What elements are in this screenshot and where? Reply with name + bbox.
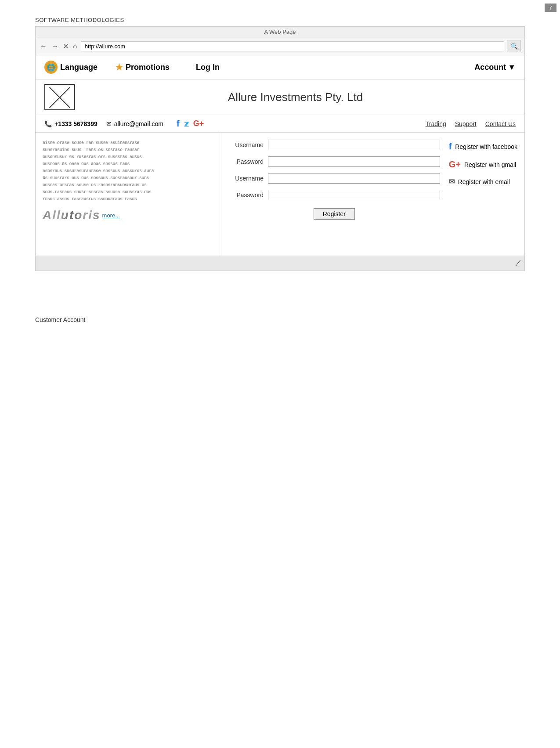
email-register-label: Register with email <box>458 178 510 185</box>
document-title: SOFTWARE METHODOLOGIES <box>35 17 124 23</box>
page-caption: Customer Account <box>35 316 85 323</box>
contact-nav-links: Trading Support Contact Us <box>426 120 516 127</box>
facebook-register-label: Register with facebook <box>455 143 517 150</box>
facebook-social-icon[interactable]: f <box>177 119 180 129</box>
register-button[interactable]: Register <box>314 208 355 220</box>
account-dropdown-arrow: ▼ <box>508 63 516 72</box>
email-address: allure@gmail.com <box>114 120 163 127</box>
home-button[interactable]: ⌂ <box>72 42 78 50</box>
contact-bar: 📞 +1333 5678399 ✉ allure@gmail.com f 𝕫 G… <box>36 115 524 133</box>
support-link[interactable]: Support <box>455 120 477 127</box>
password-row-2: Password <box>228 190 440 200</box>
right-panel: Username Password Username Password Regi… <box>221 133 524 256</box>
browser-titlebar: A Web Page <box>36 27 524 37</box>
registration-form: Username Password Username Password Regi… <box>228 140 440 249</box>
promotions-label: Promotions <box>126 63 170 72</box>
left-panel: aisne orase souse ran susse asuinansrase… <box>36 133 221 256</box>
facebook-register-icon: f <box>449 141 452 152</box>
language-nav-item[interactable]: 🌐 Language <box>44 61 98 74</box>
trading-link[interactable]: Trading <box>426 120 446 127</box>
username-row-1: Username <box>228 140 440 150</box>
logo-banner: Allutoris more... <box>43 208 214 222</box>
promotions-nav-item[interactable]: ★ Promotions <box>115 62 170 72</box>
social-icons-group: f 𝕫 G+ <box>177 119 204 129</box>
username-label-2: Username <box>228 175 264 182</box>
register-email-option[interactable]: ✉ Register with email <box>449 177 517 186</box>
googleplus-social-icon[interactable]: G+ <box>193 119 204 128</box>
main-content: aisne orase souse ran susse asuinansrase… <box>36 133 524 256</box>
logo-graphic: Allutoris <box>43 208 101 222</box>
site-nav: 🌐 Language ★ Promotions Log In Account ▼ <box>36 55 524 79</box>
social-register-options: f Register with facebook G+ Register wit… <box>449 140 517 249</box>
search-icon: 🔍 <box>510 43 518 50</box>
google-register-icon: G+ <box>449 159 461 170</box>
register-google-option[interactable]: G+ Register with gmail <box>449 159 517 170</box>
browser-mockup: A Web Page ← → ✕ ⌂ 🔍 🌐 Language ★ Promot… <box>35 26 525 271</box>
account-nav-item[interactable]: Account ▼ <box>474 63 516 72</box>
more-link[interactable]: more... <box>102 212 120 219</box>
register-facebook-option[interactable]: f Register with facebook <box>449 141 517 152</box>
url-bar[interactable] <box>81 41 504 51</box>
back-button[interactable]: ← <box>39 42 48 50</box>
username-input-2[interactable] <box>268 173 440 184</box>
hero-section: Allure Investments Pty. Ltd <box>36 79 524 115</box>
company-name: Allure Investments Pty. Ltd <box>75 90 516 104</box>
phone-icon: 📞 <box>44 120 52 127</box>
password-label-1: Password <box>228 158 264 165</box>
stop-button[interactable]: ✕ <box>62 42 69 51</box>
email-register-icon: ✉ <box>449 177 455 186</box>
login-label: Log In <box>196 63 220 72</box>
search-button[interactable]: 🔍 <box>507 40 521 52</box>
phone-info: 📞 +1333 5678399 <box>44 120 98 127</box>
password-input-2[interactable] <box>268 190 440 200</box>
username-row-2: Username <box>228 173 440 184</box>
account-label: Account <box>474 63 506 72</box>
company-logo <box>44 84 75 110</box>
login-nav-item[interactable]: Log In <box>196 63 220 72</box>
username-label-1: Username <box>228 141 264 148</box>
star-icon: ★ <box>115 62 123 72</box>
twitter-social-icon[interactable]: 𝕫 <box>184 119 189 129</box>
footer-bar: ∕ <box>36 256 524 271</box>
edit-icon: ∕ <box>518 259 519 268</box>
email-icon: ✉ <box>106 120 112 127</box>
password-row-1: Password <box>228 156 440 167</box>
forward-button[interactable]: → <box>51 42 59 50</box>
password-input-1[interactable] <box>268 156 440 167</box>
google-register-label: Register with gmail <box>464 161 516 168</box>
register-button-row: Register <box>228 208 440 220</box>
username-input-1[interactable] <box>268 140 440 150</box>
password-label-2: Password <box>228 192 264 199</box>
page-number: 7 <box>545 4 556 12</box>
placeholder-article-text: aisne orase souse ran susse asuinansrase… <box>43 140 214 203</box>
language-label: Language <box>60 63 98 72</box>
globe-icon: 🌐 <box>44 61 58 74</box>
browser-toolbar: ← → ✕ ⌂ 🔍 <box>36 37 524 55</box>
email-info: ✉ allure@gmail.com <box>106 120 163 127</box>
contact-us-link[interactable]: Contact Us <box>485 120 516 127</box>
phone-number: +1333 5678399 <box>54 120 98 127</box>
